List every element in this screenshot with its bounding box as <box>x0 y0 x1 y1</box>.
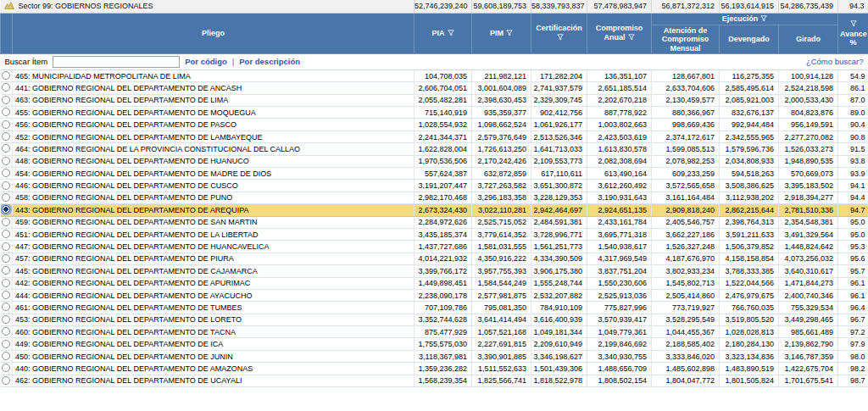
search-input[interactable] <box>53 56 180 68</box>
filter-icon[interactable] <box>557 34 564 42</box>
row-radio[interactable] <box>2 157 10 165</box>
table-row[interactable]: 458: GOBIERNO REGIONAL DEL DEPARTAMENTO … <box>1 192 868 203</box>
row-radio[interactable] <box>2 181 10 190</box>
table-row[interactable]: 454: GOBIERNO REGIONAL DEL DEPARTAMENTO … <box>1 168 868 180</box>
table-row[interactable]: 453: GOBIERNO REGIONAL DEL DEPARTAMENTO … <box>1 314 868 325</box>
cell-pia: 3,352,744,628 <box>415 314 472 325</box>
col-header-girado[interactable]: Girado <box>779 25 838 53</box>
table-row[interactable]: 448: GOBIERNO REGIONAL DEL DEPARTAMENTO … <box>1 155 868 167</box>
cell-pia: 1,568,239,354 <box>415 375 472 386</box>
filter-icon[interactable] <box>506 30 513 38</box>
table-row[interactable]: 444: GOBIERNO REGIONAL DEL DEPARTAMENTO … <box>1 289 868 301</box>
col-header-devengado[interactable]: Devengado <box>720 25 779 53</box>
row-radio[interactable] <box>2 120 10 129</box>
table-row[interactable]: 440: GOBIERNO REGIONAL DEL DEPARTAMENTO … <box>1 363 868 375</box>
cell-compromiso-anual: 2,433,161,784 <box>587 216 652 228</box>
cell-devengado: 2,476,979,675 <box>720 289 779 301</box>
cell-atencion: 2,078,982,253 <box>652 155 720 167</box>
cell-pim: 2,525,715,052 <box>472 216 531 228</box>
table-row[interactable]: 463: GOBIERNO REGIONAL DEL DEPARTAMENTO … <box>1 94 868 106</box>
row-radio[interactable] <box>2 303 10 311</box>
filter-icon[interactable] <box>760 15 767 24</box>
row-radio[interactable] <box>2 169 10 177</box>
cell-certificacion: 3,906,175,380 <box>531 265 587 277</box>
filter-icon[interactable] <box>850 20 857 29</box>
row-radio[interactable] <box>2 327 10 336</box>
row-radio[interactable] <box>2 193 10 202</box>
cell-pia: 2,673,324,430 <box>415 204 472 216</box>
pliego-label: 447: GOBIERNO REGIONAL DEL DEPARTAMENTO … <box>13 241 415 253</box>
table-row[interactable]: 457: GOBIERNO REGIONAL DEL DEPARTAMENTO … <box>1 253 868 264</box>
cell-atencion: 2,130,459,577 <box>652 94 720 106</box>
cell-certificacion: 3,728,996,771 <box>531 228 587 240</box>
row-radio[interactable] <box>2 266 10 275</box>
table-row[interactable]: 451: GOBIERNO REGIONAL DEL DEPARTAMENTO … <box>1 228 868 240</box>
sector-label: Sector 99: GOBIERNOS REGIONALES <box>19 2 153 10</box>
budget-table: Sector 99: GOBIERNOS REGIONALES 52,746,2… <box>0 0 868 387</box>
row-radio[interactable] <box>2 83 10 92</box>
row-radio[interactable] <box>2 279 10 287</box>
cell-devengado: 2,034,808,933 <box>720 155 779 167</box>
header-row-top: Pliego PIA PIM Certificación Compromiso … <box>1 13 868 25</box>
cell-certificacion: 2,484,591,381 <box>531 216 587 228</box>
table-row[interactable]: 446: GOBIERNO REGIONAL DEL DEPARTAMENTO … <box>1 180 868 192</box>
col-header-avance[interactable]: Avance % <box>838 13 868 53</box>
table-row[interactable]: 464: GOBIERNO REGIONAL DE LA PROVINCIA C… <box>1 143 868 155</box>
col-header-pim[interactable]: PIM <box>472 13 531 53</box>
row-radio[interactable] <box>2 291 10 299</box>
col-header-certificacion[interactable]: Certificación <box>531 13 587 53</box>
row-radio[interactable] <box>2 254 10 263</box>
row-radio[interactable] <box>2 340 10 348</box>
table-row[interactable]: 462: GOBIERNO REGIONAL DEL DEPARTAMENTO … <box>1 375 868 386</box>
table-row[interactable]: 445: GOBIERNO REGIONAL DEL DEPARTAMENTO … <box>1 265 868 277</box>
col-header-ejecucion[interactable]: Ejecución <box>652 13 838 25</box>
col-header-compromiso-anual[interactable]: Compromiso Anual <box>587 13 652 53</box>
table-row[interactable]: 441: GOBIERNO REGIONAL DEL DEPARTAMENTO … <box>1 82 868 94</box>
col-header-pia[interactable]: PIA <box>415 13 472 53</box>
row-radio[interactable] <box>2 376 10 385</box>
row-radio[interactable] <box>2 205 10 214</box>
search-by-code-link[interactable]: Por código <box>185 57 227 66</box>
table-row[interactable]: 450: GOBIERNO REGIONAL DEL DEPARTAMENTO … <box>1 350 868 362</box>
pliego-label: 445: GOBIERNO REGIONAL DEL DEPARTAMENTO … <box>13 265 415 277</box>
how-to-search-link[interactable]: ¿Cómo buscar? <box>806 57 864 66</box>
row-radio[interactable] <box>2 218 10 226</box>
row-radio[interactable] <box>2 96 10 104</box>
row-radio[interactable] <box>2 108 10 116</box>
table-row[interactable]: 460: GOBIERNO REGIONAL DEL DEPARTAMENTO … <box>1 326 868 338</box>
search-by-description-link[interactable]: Por descripción <box>239 57 300 66</box>
table-row[interactable]: 447: GOBIERNO REGIONAL DEL DEPARTAMENTO … <box>1 241 868 253</box>
table-row[interactable]: 456: GOBIERNO REGIONAL DEL DEPARTAMENTO … <box>1 119 868 131</box>
col-header-pliego[interactable]: Pliego <box>13 13 415 53</box>
cell-pia: 1,449,898,451 <box>415 277 472 289</box>
row-radio[interactable] <box>2 242 10 251</box>
row-radio[interactable] <box>2 315 10 324</box>
table-row[interactable]: 455: GOBIERNO REGIONAL DEL DEPARTAMENTO … <box>1 107 868 119</box>
cell-devengado: 3,112,938,202 <box>720 192 779 203</box>
cell-devengado: 3,788,333,385 <box>720 265 779 277</box>
table-row[interactable]: 461: GOBIERNO REGIONAL DEL DEPARTAMENTO … <box>1 302 868 314</box>
row-radio[interactable] <box>2 144 10 153</box>
table-row[interactable]: 452: GOBIERNO REGIONAL DEL DEPARTAMENTO … <box>1 131 868 142</box>
row-radio[interactable] <box>2 132 10 141</box>
filter-icon[interactable] <box>448 30 454 38</box>
row-radio[interactable] <box>2 364 10 372</box>
cell-compromiso-anual: 3,695,771,318 <box>587 228 652 240</box>
sector-level-icon[interactable] <box>4 2 14 11</box>
col-header-atencion[interactable]: Atención de Compromiso Mensual <box>652 25 720 53</box>
table-row[interactable]: 442: GOBIERNO REGIONAL DEL DEPARTAMENTO … <box>1 277 868 289</box>
cell-certificacion: 1,049,181,344 <box>531 326 587 338</box>
cell-avance: 95.3 <box>838 241 868 253</box>
row-radio[interactable] <box>2 71 10 80</box>
total-avance: 94.3 <box>838 0 868 13</box>
row-radio[interactable] <box>2 352 10 360</box>
table-row[interactable]: 459: GOBIERNO REGIONAL DEL DEPARTAMENTO … <box>1 216 868 228</box>
filter-icon[interactable] <box>628 34 635 42</box>
table-row[interactable]: 449: GOBIERNO REGIONAL DEL DEPARTAMENTO … <box>1 338 868 350</box>
row-radio[interactable] <box>2 230 10 238</box>
cell-avance: 90.4 <box>838 119 868 131</box>
cell-avance: 87.0 <box>838 94 868 106</box>
table-row[interactable]: 465: MUNICIPALIDAD METROPOLITANA DE LIMA… <box>1 69 868 81</box>
table-row[interactable]: 443: GOBIERNO REGIONAL DEL DEPARTAMENTO … <box>1 204 868 216</box>
cell-girado: 570,669,073 <box>779 168 838 180</box>
